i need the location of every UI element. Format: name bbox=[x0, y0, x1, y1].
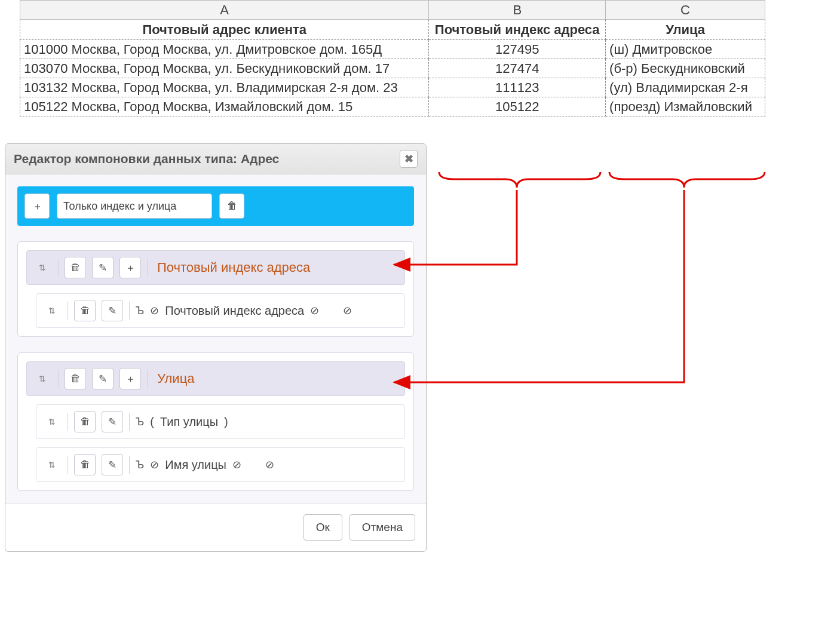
cell-postcode[interactable]: 127474 bbox=[429, 59, 606, 78]
row-label: Тип улицы bbox=[160, 415, 218, 429]
separator bbox=[129, 413, 130, 431]
header-street[interactable]: Улица bbox=[606, 20, 765, 40]
trash-icon: 🗑 bbox=[80, 305, 90, 317]
row-label: Почтовый индекс адреса bbox=[165, 304, 304, 318]
layout-top-row: ＋ 🗑 bbox=[17, 186, 414, 226]
pencil-icon: ✎ bbox=[108, 305, 117, 317]
col-letter-a[interactable]: A bbox=[20, 1, 429, 20]
noentry-icon: ⊘ bbox=[310, 304, 319, 317]
table-row[interactable]: 101000 Москва, Город Москва, ул. Дмитров… bbox=[20, 40, 765, 59]
group-title: Улица bbox=[157, 371, 194, 386]
trash-icon: 🗑 bbox=[80, 459, 90, 471]
delete-layout-button[interactable]: 🗑 bbox=[219, 194, 244, 219]
key-icon: Ъ bbox=[136, 416, 144, 428]
delete-row-button[interactable]: 🗑 bbox=[74, 300, 96, 321]
trash-icon: 🗑 bbox=[227, 200, 237, 212]
trash-icon: 🗑 bbox=[80, 416, 90, 428]
table-row[interactable]: 105122 Москва, Город Москва, Измайловски… bbox=[20, 97, 765, 116]
table-row[interactable]: 103070 Москва, Город Москва, ул. Бескудн… bbox=[20, 59, 765, 78]
dialog-body: ＋ 🗑 ⇅ 🗑 ✎ ＋ Почтовый индекс адреса ⇅ 🗑 bbox=[5, 174, 426, 503]
add-group-button[interactable]: ＋ bbox=[24, 194, 50, 219]
mapping-row: ⇅ 🗑 ✎ Ъ ⊘ Имя улицы ⊘ ⊘ bbox=[36, 447, 405, 482]
dialog-title: Редактор компоновки данных типа: Адрес bbox=[14, 152, 279, 166]
noentry-icon: ⊘ bbox=[150, 304, 159, 317]
noentry-icon: ⊘ bbox=[232, 458, 241, 471]
field-group: ⇅ 🗑 ✎ ＋ Почтовый индекс адреса ⇅ 🗑 ✎ Ъ ⊘… bbox=[17, 241, 414, 337]
pencil-icon: ✎ bbox=[99, 262, 107, 274]
cell-postcode[interactable]: 127495 bbox=[429, 40, 606, 59]
edit-group-button[interactable]: ✎ bbox=[92, 368, 114, 389]
cell-postcode[interactable]: 105122 bbox=[429, 97, 606, 116]
close-icon: ✖ bbox=[404, 152, 413, 165]
ok-button[interactable]: Ок bbox=[303, 514, 342, 541]
header-postcode[interactable]: Почтовый индекс адреса bbox=[429, 20, 606, 40]
delete-group-button[interactable]: 🗑 bbox=[65, 257, 86, 278]
pencil-icon: ✎ bbox=[108, 459, 117, 471]
separator bbox=[68, 456, 68, 474]
col-letter-c[interactable]: C bbox=[606, 1, 765, 20]
add-item-button[interactable]: ＋ bbox=[119, 368, 141, 389]
cell-address[interactable]: 103070 Москва, Город Москва, ул. Бескудн… bbox=[20, 59, 429, 78]
delete-row-button[interactable]: 🗑 bbox=[74, 411, 96, 432]
separator bbox=[58, 259, 59, 277]
paren-close: ) bbox=[224, 415, 228, 429]
drag-handle-icon[interactable]: ⇅ bbox=[42, 300, 62, 321]
separator bbox=[58, 370, 59, 388]
group-header: ⇅ 🗑 ✎ ＋ Почтовый индекс адреса bbox=[26, 250, 405, 285]
cell-address[interactable]: 101000 Москва, Город Москва, ул. Дмитров… bbox=[20, 40, 429, 59]
key-icon: Ъ bbox=[136, 459, 144, 471]
dialog-header: Редактор компоновки данных типа: Адрес ✖ bbox=[5, 144, 426, 174]
row-label: Имя улицы bbox=[165, 458, 226, 472]
drag-handle-icon[interactable]: ⇅ bbox=[33, 368, 52, 389]
edit-row-button[interactable]: ✎ bbox=[102, 411, 123, 432]
noentry-icon: ⊘ bbox=[150, 458, 159, 471]
separator bbox=[129, 456, 130, 474]
edit-row-button[interactable]: ✎ bbox=[102, 454, 123, 475]
separator bbox=[147, 259, 148, 277]
trash-icon: 🗑 bbox=[70, 262, 81, 274]
separator bbox=[68, 413, 68, 431]
pencil-icon: ✎ bbox=[108, 416, 117, 428]
edit-group-button[interactable]: ✎ bbox=[92, 257, 114, 278]
edit-row-button[interactable]: ✎ bbox=[102, 300, 123, 321]
pencil-icon: ✎ bbox=[99, 373, 107, 385]
layout-name-input[interactable] bbox=[57, 194, 212, 219]
mapping-row: ⇅ 🗑 ✎ Ъ ( Тип улицы ) bbox=[36, 404, 405, 439]
key-icon: Ъ bbox=[136, 305, 144, 317]
mapping-row: ⇅ 🗑 ✎ Ъ ⊘ Почтовый индекс адреса ⊘ ⊘ bbox=[36, 293, 405, 328]
group-header: ⇅ 🗑 ✎ ＋ Улица bbox=[26, 361, 405, 396]
cell-postcode[interactable]: 111123 bbox=[429, 78, 606, 97]
cell-street[interactable]: (проезд) Измайловский bbox=[606, 97, 765, 116]
delete-group-button[interactable]: 🗑 bbox=[65, 368, 86, 389]
cancel-button[interactable]: Отмена bbox=[350, 514, 415, 541]
close-button[interactable]: ✖ bbox=[400, 150, 418, 168]
noentry-icon: ⊘ bbox=[343, 304, 352, 317]
layout-editor-dialog: Редактор компоновки данных типа: Адрес ✖… bbox=[5, 143, 427, 552]
plus-icon: ＋ bbox=[125, 261, 136, 275]
plus-icon: ＋ bbox=[125, 372, 136, 386]
noentry-icon: ⊘ bbox=[265, 458, 274, 471]
separator bbox=[147, 370, 148, 388]
dialog-footer: Ок Отмена bbox=[5, 503, 426, 551]
trash-icon: 🗑 bbox=[70, 373, 81, 385]
table-row[interactable]: 103132 Москва, Город Москва, ул. Владими… bbox=[20, 78, 765, 97]
separator bbox=[129, 302, 130, 320]
delete-row-button[interactable]: 🗑 bbox=[74, 454, 96, 475]
col-letter-b[interactable]: B bbox=[429, 1, 606, 20]
cell-street[interactable]: (б-р) Бескудниковский bbox=[606, 59, 765, 78]
header-address[interactable]: Почтовый адрес клиента bbox=[20, 20, 429, 40]
cell-street[interactable]: (ул) Владимирская 2-я bbox=[606, 78, 765, 97]
field-group: ⇅ 🗑 ✎ ＋ Улица ⇅ 🗑 ✎ Ъ ( Тип улицы ) ⇅ bbox=[17, 352, 414, 491]
spreadsheet-table: A B C Почтовый адрес клиента Почтовый ин… bbox=[20, 0, 765, 116]
separator bbox=[68, 302, 68, 320]
cell-address[interactable]: 103132 Москва, Город Москва, ул. Владими… bbox=[20, 78, 429, 97]
cell-street[interactable]: (ш) Дмитровское bbox=[606, 40, 765, 59]
drag-handle-icon[interactable]: ⇅ bbox=[42, 411, 62, 432]
plus-icon: ＋ bbox=[32, 199, 42, 213]
paren-open: ( bbox=[150, 415, 154, 429]
drag-handle-icon[interactable]: ⇅ bbox=[33, 257, 52, 278]
drag-handle-icon[interactable]: ⇅ bbox=[42, 454, 62, 475]
add-item-button[interactable]: ＋ bbox=[119, 257, 141, 278]
group-title: Почтовый индекс адреса bbox=[157, 260, 310, 275]
cell-address[interactable]: 105122 Москва, Город Москва, Измайловски… bbox=[20, 97, 429, 116]
